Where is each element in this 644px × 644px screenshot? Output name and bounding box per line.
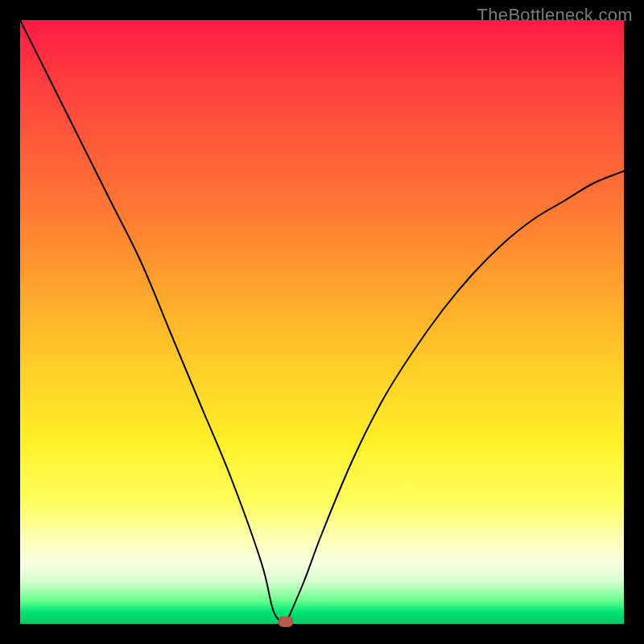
notch-marker (279, 617, 293, 627)
curve-right-branch (286, 171, 624, 625)
chart-frame: TheBottleneck.com (0, 0, 644, 644)
curve-left-branch (20, 20, 286, 624)
plot-area (20, 20, 624, 624)
bottleneck-curve (20, 20, 624, 624)
